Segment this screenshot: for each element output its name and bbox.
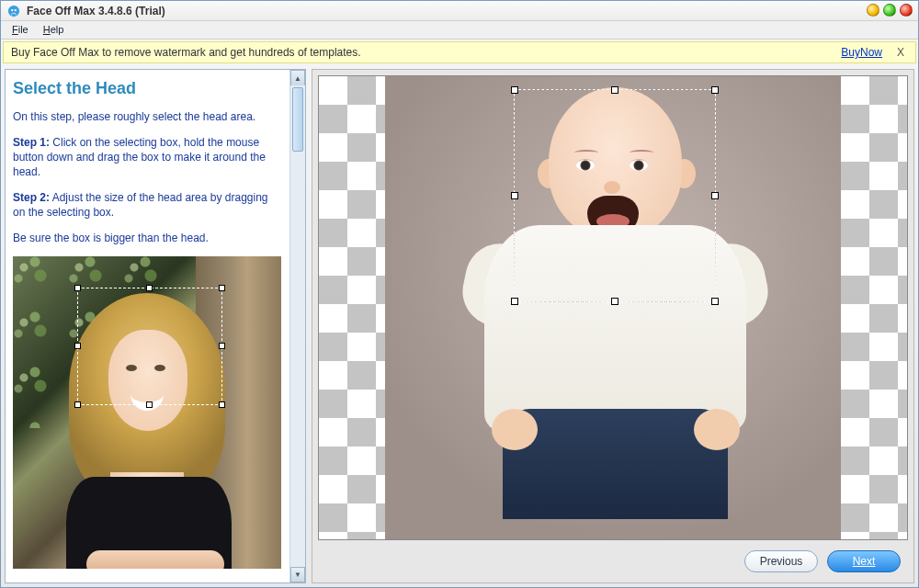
step-intro: On this step, please roughly select the … bbox=[13, 109, 281, 124]
titlebar: Face Off Max 3.4.8.6 (Trial) bbox=[1, 1, 918, 21]
scrollbar[interactable]: ▲ ▼ bbox=[289, 70, 305, 582]
svg-point-1 bbox=[11, 8, 13, 10]
step-note: Be sure the box is bigger than the head. bbox=[13, 231, 281, 245]
menubar: File Help bbox=[1, 21, 918, 40]
svg-point-2 bbox=[15, 8, 17, 10]
buy-now-link[interactable]: BuyNow bbox=[841, 46, 882, 59]
content-area: Select the Head On this step, please rou… bbox=[1, 65, 918, 587]
svg-point-0 bbox=[8, 5, 19, 16]
editor-panel: Previous Next bbox=[312, 69, 914, 583]
maximize-button[interactable] bbox=[883, 4, 896, 17]
example-image bbox=[13, 256, 281, 569]
tip-close-button[interactable]: X bbox=[893, 46, 908, 59]
wizard-buttons: Previous Next bbox=[312, 540, 913, 582]
step-heading: Select the Head bbox=[13, 79, 281, 98]
close-button[interactable] bbox=[900, 4, 913, 17]
example-selection-box bbox=[77, 288, 222, 405]
step2: Step 2: Adjust the size of the head area… bbox=[13, 190, 281, 220]
menu-file[interactable]: File bbox=[5, 21, 36, 39]
head-selection-box[interactable] bbox=[514, 89, 716, 302]
tip-text: Buy Face Off Max to remove watermark and… bbox=[11, 46, 361, 59]
window-controls bbox=[867, 4, 913, 17]
canvas[interactable] bbox=[318, 75, 908, 540]
menu-help[interactable]: Help bbox=[36, 21, 72, 39]
step1: Step 1: Click on the selecting box, hold… bbox=[13, 135, 281, 179]
scroll-up-button[interactable]: ▲ bbox=[290, 70, 305, 85]
app-window: Face Off Max 3.4.8.6 (Trial) File Help B… bbox=[0, 0, 919, 588]
previous-button[interactable]: Previous bbox=[744, 550, 818, 572]
window-title: Face Off Max 3.4.8.6 (Trial) bbox=[27, 5, 165, 17]
scroll-down-button[interactable]: ▼ bbox=[290, 567, 305, 582]
next-button[interactable]: Next bbox=[827, 550, 901, 572]
scroll-thumb[interactable] bbox=[292, 87, 303, 152]
transparency-right bbox=[841, 76, 907, 539]
instructions-panel: Select the Head On this step, please rou… bbox=[5, 69, 306, 583]
transparency-left bbox=[319, 76, 385, 539]
trial-tip-bar: Buy Face Off Max to remove watermark and… bbox=[3, 41, 916, 63]
minimize-button[interactable] bbox=[867, 4, 879, 17]
app-icon bbox=[6, 4, 21, 18]
